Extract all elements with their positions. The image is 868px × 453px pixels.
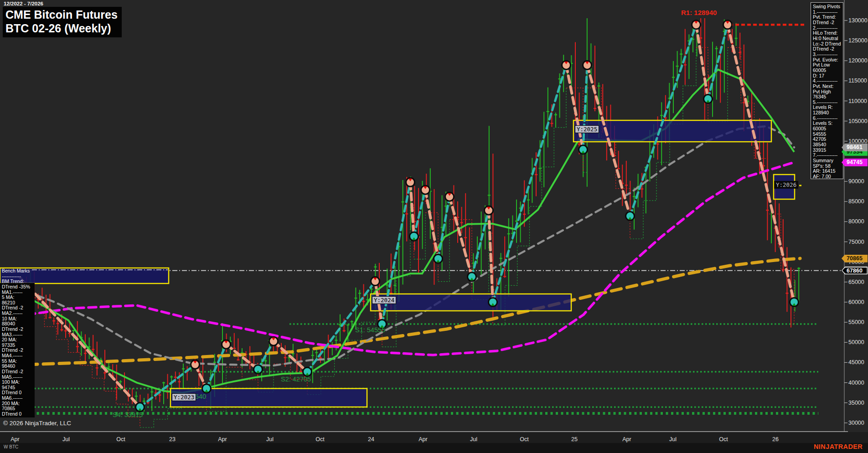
bench-marks-line: MA6.------ <box>2 396 33 401</box>
candle-close-tick <box>135 396 138 396</box>
candle <box>57 320 58 335</box>
time-axis-label[interactable]: Oct <box>520 436 528 443</box>
candle-close-tick <box>60 329 63 330</box>
price-axis-label[interactable]: 45000 <box>848 359 864 365</box>
candle-close-tick <box>715 48 718 49</box>
candle <box>724 20 725 93</box>
candle <box>336 335 336 350</box>
support-level-label: S2: 42705 <box>281 376 311 383</box>
candle <box>626 161 627 196</box>
time-axis-label[interactable]: Apr <box>10 436 19 443</box>
price-axis-label[interactable]: 115000 <box>848 77 867 84</box>
time-axis-label[interactable]: Jul <box>62 436 70 443</box>
candle-close-tick <box>158 395 161 396</box>
candle <box>646 166 646 213</box>
chart-title: CME Bitcoin Futures BTC 02-26 (Weekly) <box>3 7 122 37</box>
price-axis-label[interactable]: 85000 <box>848 198 864 205</box>
resistance-label: R1: 128940 <box>681 9 717 16</box>
candle <box>461 207 462 233</box>
candle-close-tick <box>503 276 506 277</box>
price-axis-label[interactable]: 130000 <box>848 17 868 24</box>
candle-close-tick <box>547 111 549 112</box>
price-axis-label[interactable]: 90000 <box>848 178 864 185</box>
price-axis-label[interactable]: 65000 <box>848 279 864 285</box>
price-axis-label[interactable]: 125000 <box>848 37 868 44</box>
candle-close-tick <box>76 346 79 347</box>
candle-close-tick <box>488 195 491 196</box>
time-axis-label[interactable]: Oct <box>719 436 728 443</box>
candle-close-tick <box>92 349 94 350</box>
candle-close-tick <box>182 368 185 369</box>
candle-close-tick <box>554 114 557 115</box>
candle-close-tick <box>625 185 628 185</box>
price-axis-label[interactable]: 40000 <box>848 380 864 386</box>
price-axis-label[interactable]: 60000 <box>848 299 864 305</box>
candle <box>524 180 525 227</box>
time-axis-label[interactable]: Apr <box>218 436 227 443</box>
candle <box>508 218 509 297</box>
time-axis-label[interactable]: 26 <box>772 436 779 443</box>
swing-pivots-line: Hi:0 Neutral <box>813 36 841 41</box>
candle <box>720 46 721 103</box>
price-axis-label[interactable]: 105000 <box>848 118 868 124</box>
bench-marks-line: DTrend -2 <box>2 327 33 332</box>
price-axis-label[interactable]: 100000 <box>848 138 868 144</box>
series-tag: W BTC <box>4 444 18 449</box>
candle-close-tick <box>523 214 526 215</box>
chart-canvas[interactable] <box>0 0 868 453</box>
time-axis-label[interactable]: Jul <box>470 436 477 443</box>
time-axis-label[interactable]: 23 <box>169 436 176 443</box>
candle <box>798 268 799 304</box>
bench-marks-line: DTrend -35% <box>2 284 33 290</box>
candle <box>246 351 247 364</box>
candle-close-tick <box>598 86 600 87</box>
price-axis-label[interactable]: 35000 <box>848 400 864 406</box>
time-axis-label[interactable]: 25 <box>571 436 578 443</box>
candle-close-tick <box>300 371 302 372</box>
price-axis-label[interactable]: 80000 <box>848 218 864 225</box>
candle-close-tick <box>539 168 542 169</box>
candle-close-tick <box>237 359 239 360</box>
candle-close-tick <box>464 237 467 238</box>
swing-pivots-panel: Swing Pivots1.-------------Pvt. Trend:DT… <box>811 2 843 179</box>
candle-close-tick <box>52 320 55 321</box>
candle <box>265 357 266 368</box>
price-axis-label[interactable]: 110000 <box>848 98 867 104</box>
candle <box>332 342 333 355</box>
price-axis-label[interactable]: 120000 <box>848 57 868 64</box>
candle-close-tick <box>558 78 561 79</box>
bench-marks-line: 20 MA: <box>2 337 33 343</box>
candle <box>132 388 133 404</box>
price-axis-label[interactable]: 75000 <box>848 239 864 245</box>
support-level-label: S4: 33915 <box>113 411 143 418</box>
price-axis-label[interactable]: 50000 <box>848 339 864 345</box>
candle <box>618 151 619 169</box>
ninjatrader-chart-window: 12/2022 - 7/2026 CME Bitcoin Futures BTC… <box>0 0 868 453</box>
chart-title-line1: CME Bitcoin Futures <box>5 8 118 21</box>
candle <box>590 43 591 79</box>
candle-close-tick <box>346 324 349 325</box>
swing-pivots-line: Swing Pivots <box>813 4 841 10</box>
time-axis-strip[interactable] <box>0 432 868 443</box>
time-axis-label[interactable]: Apr <box>622 436 631 443</box>
year-box-chip: Y:2024 <box>372 296 396 304</box>
swing-pivots-line: 60005 <box>813 126 841 132</box>
candle <box>634 188 635 230</box>
price-tag-value: 70865 <box>842 255 868 263</box>
time-axis-label[interactable]: Jul <box>266 436 274 443</box>
candle-close-tick <box>550 123 553 124</box>
time-axis-label[interactable]: Apr <box>418 436 427 443</box>
time-axis-label[interactable]: Oct <box>315 436 324 443</box>
candle-close-tick <box>96 367 98 368</box>
time-axis-label[interactable]: 24 <box>368 436 374 443</box>
bench-marks-line: Bench Marks <box>2 268 33 274</box>
price-axis-label[interactable]: 30000 <box>848 420 864 426</box>
candle-close-tick <box>641 188 643 189</box>
candle-close-tick <box>170 376 173 377</box>
time-axis-label[interactable]: Jul <box>669 436 677 443</box>
candle <box>783 219 784 272</box>
price-axis-label[interactable]: 55000 <box>848 319 864 325</box>
candle-close-tick <box>393 285 396 286</box>
candle <box>716 46 717 100</box>
time-axis-label[interactable]: Oct <box>116 436 125 443</box>
